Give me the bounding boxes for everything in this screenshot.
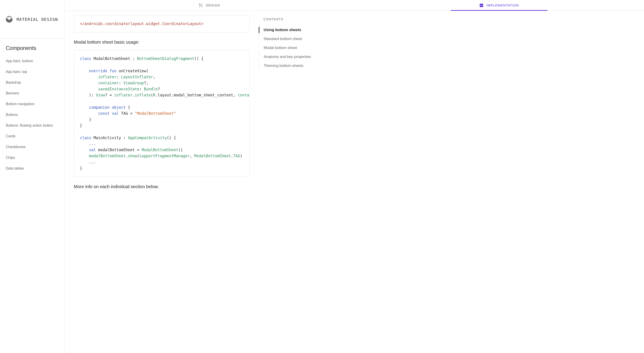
sidebar-section-title: Components bbox=[0, 39, 64, 56]
content: </androidx.coordinatorlayout.widget.Coor… bbox=[64, 11, 259, 353]
sidebar-item-bottom-navigation[interactable]: Bottom navigation bbox=[0, 99, 64, 109]
tab-label: DESIGN bbox=[206, 3, 220, 7]
sidebar-item-buttons[interactable]: Buttons bbox=[0, 109, 64, 120]
sidebar-header: MATERIAL DESIGN bbox=[0, 0, 64, 39]
brand-name: MATERIAL DESIGN bbox=[16, 17, 58, 22]
toc-list: Using bottom sheets Standard bottom shee… bbox=[259, 26, 328, 70]
sidebar-item-backdrop[interactable]: Backdrop bbox=[0, 77, 64, 88]
toc-title: CONTENTS bbox=[259, 18, 328, 26]
toc-item-modal-bottom-sheet[interactable]: Modal bottom sheet bbox=[259, 43, 328, 52]
sidebar-item-checkboxes[interactable]: Checkboxes bbox=[0, 142, 64, 152]
code-block-xml[interactable]: </androidx.coordinatorlayout.widget.Coor… bbox=[74, 15, 250, 33]
tab-implementation[interactable]: IMPLEMENTATION bbox=[354, 0, 644, 11]
table-of-contents: CONTENTS Using bottom sheets Standard bo… bbox=[259, 11, 328, 353]
more-info-text: More info on each individual section bel… bbox=[74, 184, 250, 189]
code-block-kotlin[interactable]: class ModalBottomSheet : BottomSheetDial… bbox=[74, 50, 250, 177]
toc-item-theming[interactable]: Theming bottom sheets bbox=[259, 61, 328, 70]
sidebar-item-data-tables[interactable]: Data tables bbox=[0, 163, 64, 174]
sidebar-item-chips[interactable]: Chips bbox=[0, 152, 64, 163]
sidebar-nav: App bars: bottom App bars: top Backdrop … bbox=[0, 56, 64, 174]
toc-item-using-bottom-sheets[interactable]: Using bottom sheets bbox=[259, 26, 328, 35]
sidebar-item-banners[interactable]: Banners bbox=[0, 88, 64, 99]
main: DESIGN IMPLEMENTATION </androidx.coordin… bbox=[64, 0, 644, 353]
code-text: </androidx.coordinatorlayout.widget.Coor… bbox=[80, 22, 204, 26]
sidebar-item-app-bars-top[interactable]: App bars: top bbox=[0, 67, 64, 77]
design-icon bbox=[198, 3, 203, 8]
toc-item-anatomy[interactable]: Anatomy and key properties bbox=[259, 52, 328, 61]
code-icon bbox=[479, 3, 484, 8]
tabs: DESIGN IMPLEMENTATION bbox=[64, 0, 644, 11]
usage-heading: Modal bottom sheet basic usage: bbox=[74, 40, 250, 45]
material-logo-icon bbox=[6, 16, 12, 23]
toc-item-standard-bottom-sheet[interactable]: Standard bottom sheet bbox=[259, 35, 328, 43]
tab-label: IMPLEMENTATION bbox=[486, 3, 519, 7]
sidebar: MATERIAL DESIGN Components App bars: bot… bbox=[0, 0, 64, 353]
tab-design[interactable]: DESIGN bbox=[64, 0, 354, 11]
sidebar-item-cards[interactable]: Cards bbox=[0, 131, 64, 142]
sidebar-item-app-bars-bottom[interactable]: App bars: bottom bbox=[0, 56, 64, 67]
sidebar-item-buttons-fab[interactable]: Buttons: floating action button bbox=[0, 120, 64, 131]
